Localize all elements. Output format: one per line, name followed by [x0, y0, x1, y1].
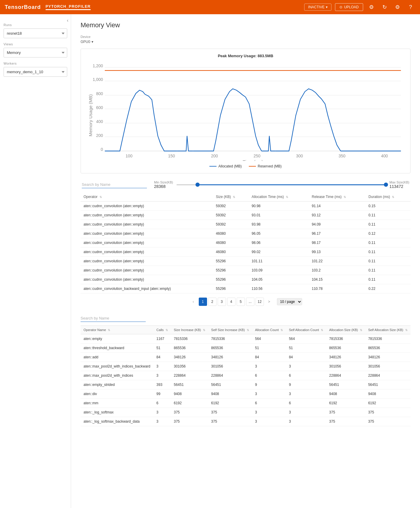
- sort-icon: ⇅: [108, 328, 110, 332]
- allocated-line-icon: [209, 166, 217, 167]
- table-cell: 9408: [208, 389, 252, 399]
- table-cell: 93.98: [249, 220, 309, 229]
- workers-select[interactable]: memory_demo_1_10: [4, 67, 67, 77]
- app-logo: TensorBoard: [5, 4, 41, 10]
- svg-text:0: 0: [101, 147, 103, 152]
- reserved-line-icon: [249, 166, 256, 167]
- runs-select[interactable]: resnet18: [4, 28, 67, 38]
- search-input-1[interactable]: [82, 181, 147, 188]
- table-cell: 0.11: [366, 220, 411, 229]
- table-cell: 98.06: [249, 238, 309, 247]
- table-cell: 110.56: [249, 284, 309, 293]
- status-button[interactable]: INACTIVE ▾: [304, 4, 331, 11]
- table-cell: 348126: [326, 353, 365, 362]
- table-cell: 375: [365, 408, 411, 417]
- table1-col-header[interactable]: Size (KB) ⇅: [213, 192, 249, 202]
- page-number-button[interactable]: 1: [199, 298, 207, 306]
- allocation-table: Operator ⇅Size (KB) ⇅Allocation Time (ms…: [81, 192, 411, 293]
- table-row: aten::empty11677815336781533656456478153…: [81, 334, 411, 344]
- page-number-button[interactable]: 2: [208, 298, 217, 306]
- svg-text:300: 300: [296, 154, 303, 158]
- operator-summary-table: Operator Name ⇅Calls ⇅Size Increase (KB)…: [81, 325, 411, 426]
- table2-col-header[interactable]: Size Increase (KB) ⇅: [171, 326, 208, 334]
- table-cell: 228864: [326, 371, 365, 380]
- views-select[interactable]: Memory: [4, 48, 67, 57]
- page-number-button[interactable]: 4: [227, 298, 235, 306]
- chart-legend: Allocated (MB) Reserved (MB): [86, 164, 405, 168]
- app-layout: ‹ Runs resnet18 Views Memory Workers mem…: [0, 14, 420, 508]
- svg-text:1,200: 1,200: [93, 63, 103, 68]
- legend-allocated-label: Allocated (MB): [218, 164, 242, 168]
- gear-icon[interactable]: ⚙: [393, 2, 402, 12]
- table-cell: 90.98: [249, 202, 309, 211]
- per-page-select[interactable]: 10 / page: [277, 298, 302, 305]
- table-cell: 110.78: [309, 284, 366, 293]
- status-arrow-icon: ▾: [326, 5, 328, 9]
- device-select-button[interactable]: GPU0 ▾: [81, 40, 93, 44]
- sort-icon: ⇅: [286, 195, 288, 199]
- table-cell: 0.11: [366, 211, 411, 220]
- search-input-2[interactable]: [81, 315, 146, 322]
- next-page-button[interactable]: >: [265, 298, 273, 306]
- table2-col-header[interactable]: Self Allocation Size (KB) ⇅: [365, 326, 411, 334]
- table1-col-header[interactable]: Duration (ms) ⇅: [366, 192, 411, 202]
- table-cell: 1167: [153, 334, 171, 344]
- sort-icon: ⇅: [203, 328, 205, 332]
- table-cell: 55296: [213, 266, 249, 275]
- table-row: aten::cudnn_convolution (aten::empty)593…: [81, 220, 411, 229]
- table-cell: 96.17: [309, 229, 366, 238]
- svg-text:800: 800: [96, 91, 103, 96]
- page-number-button[interactable]: 3: [218, 298, 226, 306]
- upload-button[interactable]: ⊙ UPLOAD: [335, 3, 363, 11]
- table2-col-header[interactable]: Self Size Increase (KB) ⇅: [208, 326, 252, 334]
- table-cell: 99: [153, 389, 171, 399]
- table-cell: 6192: [326, 399, 365, 408]
- table-cell: aten::cudnn_convolution (aten::empty): [81, 257, 213, 266]
- table1-col-header[interactable]: Release Time (ms) ⇅: [309, 192, 366, 202]
- table-cell: 103.2: [309, 266, 366, 275]
- sort-icon: ⇅: [321, 328, 323, 332]
- prev-page-button[interactable]: ‹: [189, 298, 198, 306]
- table-cell: 103.09: [249, 266, 309, 275]
- page-number-button[interactable]: ...: [246, 298, 254, 306]
- range-thumb-left[interactable]: [195, 183, 200, 187]
- refresh-icon[interactable]: ↻: [380, 2, 389, 12]
- range-slider[interactable]: [177, 182, 386, 188]
- table-cell: 3: [252, 362, 286, 371]
- table-row: aten::max_pool2d_with_indices_backward33…: [81, 362, 411, 371]
- table-cell: 94.09: [309, 220, 366, 229]
- table-cell: 59392: [213, 220, 249, 229]
- table2-col-header[interactable]: Calls ⇅: [153, 326, 171, 334]
- help-icon[interactable]: ?: [406, 2, 415, 12]
- table2-col-header[interactable]: Allocation Count ⇅: [252, 326, 286, 334]
- table-cell: aten::add: [81, 353, 153, 362]
- workers-label: Workers: [4, 62, 67, 65]
- page-number-button[interactable]: 5: [237, 298, 245, 306]
- page-number-button[interactable]: 12: [256, 298, 264, 306]
- table-cell: 3: [153, 362, 171, 371]
- table-cell: aten::_log_softmax: [81, 408, 153, 417]
- sidebar-collapse-button[interactable]: ‹: [67, 18, 68, 23]
- table-cell: 301056: [208, 362, 252, 371]
- table-cell: 59392: [213, 211, 249, 220]
- settings-reload-icon[interactable]: ⚙: [367, 2, 376, 12]
- legend-reserved: Reserved (MB): [249, 164, 282, 168]
- range-thumb-right[interactable]: [384, 183, 388, 187]
- table-cell: 865536: [171, 344, 208, 353]
- table-cell: 348126: [208, 353, 252, 362]
- table-cell: 6: [286, 399, 326, 408]
- svg-text:600: 600: [96, 105, 103, 110]
- table-cell: aten::cudnn_convolution (aten::empty): [81, 220, 213, 229]
- table-cell: aten::max_pool2d_with_indices_backward: [81, 362, 153, 371]
- table1-col-header[interactable]: Allocation Time (ms) ⇅: [249, 192, 309, 202]
- table2-col-header[interactable]: Self Allocation Count ⇅: [286, 326, 326, 334]
- sort-icon: ⇅: [247, 328, 249, 332]
- table-row: aten::_log_softmax_backward_data33753753…: [81, 417, 411, 426]
- table-cell: 375: [326, 417, 365, 426]
- sort-icon: ⇅: [360, 328, 362, 332]
- table-cell: 56451: [171, 380, 208, 389]
- table2-col-header[interactable]: Allocation Size (KB) ⇅: [326, 326, 365, 334]
- table2-col-header[interactable]: Operator Name ⇅: [81, 326, 153, 334]
- table1-col-header[interactable]: Operator ⇅: [81, 192, 213, 202]
- table-cell: 0.11: [366, 257, 411, 266]
